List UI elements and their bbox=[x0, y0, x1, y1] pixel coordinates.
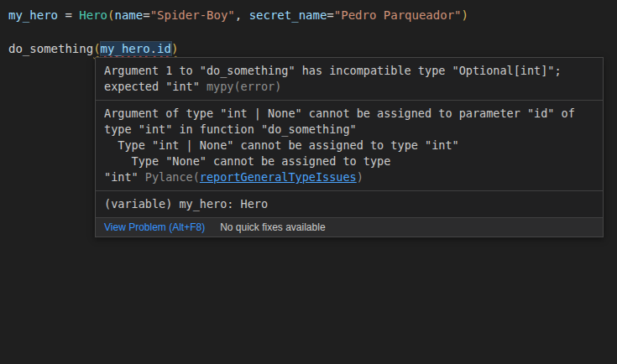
open-paren-token: ( bbox=[93, 42, 100, 55]
code-line-3[interactable]: do_something(my_hero.id) bbox=[8, 40, 617, 57]
equals-token: = bbox=[327, 8, 333, 22]
mypy-error-section: Argument 1 to "do_something" has incompa… bbox=[96, 58, 603, 101]
string-token: "Spider-Boy" bbox=[150, 8, 235, 22]
highlighted-argument[interactable]: my_hero.id bbox=[101, 42, 171, 55]
attribute-token: id bbox=[157, 42, 171, 55]
mypy-error-source: mypy(error) bbox=[207, 80, 281, 93]
mypy-error-message: Argument 1 to "do_something" has incompa… bbox=[104, 64, 562, 93]
hover-tooltip: Argument 1 to "do_something" has incompa… bbox=[95, 57, 604, 237]
hover-status-bar: View Problem (Alt+F8) No quick fixes ava… bbox=[96, 218, 603, 237]
view-problem-button[interactable]: View Problem (Alt+F8) bbox=[104, 221, 205, 233]
variable-info-text: (variable) my_hero: Hero bbox=[104, 197, 268, 211]
close-paren-token: ) bbox=[462, 8, 468, 22]
operator-token: = bbox=[58, 8, 79, 22]
variable-token: my_hero bbox=[8, 8, 58, 22]
pylance-rule-link[interactable]: reportGeneralTypeIssues bbox=[200, 170, 357, 184]
dot-token: . bbox=[150, 42, 157, 55]
string-token: "Pedro Parqueador" bbox=[334, 8, 462, 22]
close-paren-token: ) bbox=[171, 42, 178, 55]
equals-token: = bbox=[143, 8, 149, 22]
function-token: do_something bbox=[8, 42, 93, 55]
code-line-2-blank[interactable] bbox=[8, 23, 617, 40]
variable-token: my_hero bbox=[101, 42, 150, 55]
param-token: secret_name bbox=[249, 8, 327, 22]
comma-token: , bbox=[235, 8, 249, 22]
no-quick-fixes-label: No quick fixes available bbox=[220, 221, 325, 233]
class-token: Hero bbox=[79, 8, 107, 22]
code-line-1[interactable]: my_hero = Hero(name="Spider-Boy", secret… bbox=[8, 7, 617, 23]
code-editor: my_hero = Hero(name="Spider-Boy", secret… bbox=[0, 0, 617, 57]
variable-info-section: (variable) my_hero: Hero bbox=[96, 191, 603, 218]
pylance-source-suffix: ) bbox=[357, 170, 363, 184]
pylance-source-prefix: Pylance( bbox=[145, 170, 200, 184]
param-token: name bbox=[114, 8, 143, 22]
pylance-error-section: Argument of type "int | None" cannot be … bbox=[96, 101, 603, 191]
